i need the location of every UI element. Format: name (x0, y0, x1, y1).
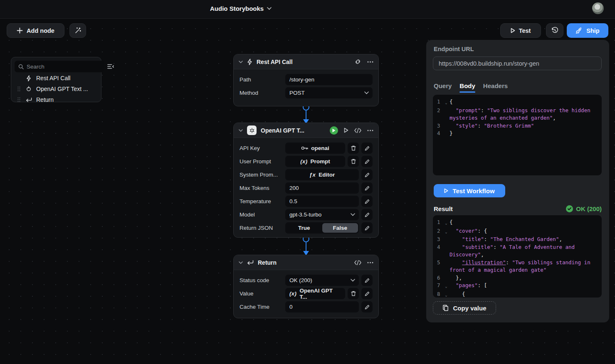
toggle-option-false[interactable]: False (322, 223, 358, 233)
avatar[interactable] (592, 2, 604, 14)
collapse-chevron-icon[interactable] (239, 129, 243, 132)
field-label: Return JSON (240, 225, 283, 231)
palette-item-return[interactable]: Return (15, 95, 98, 105)
collapse-panel-icon[interactable] (107, 62, 114, 71)
edit-button[interactable] (361, 169, 373, 180)
test-button[interactable]: Test (500, 23, 541, 38)
value-chip[interactable]: (x) OpenAI GPT T... (285, 288, 345, 299)
node-rest-api-call[interactable]: Rest API Call Path /story-gen Method POS… (233, 54, 379, 106)
run-node-button[interactable] (330, 126, 338, 135)
api-key-chip[interactable]: openai (285, 143, 345, 154)
toggle-option-true[interactable]: True (286, 223, 322, 233)
temperature-input[interactable]: 0.5 (285, 196, 359, 207)
delete-button[interactable] (348, 288, 359, 299)
edit-button[interactable] (361, 222, 373, 234)
edit-button[interactable] (361, 275, 373, 286)
rocket-icon (575, 27, 583, 34)
method-value: POST (289, 90, 305, 96)
ai-wand-button[interactable] (69, 23, 86, 38)
more-options-icon[interactable] (367, 130, 373, 131)
variable-icon: (x) (300, 158, 307, 165)
edit-button[interactable] (361, 209, 373, 220)
edit-button[interactable] (361, 143, 373, 154)
tab-body[interactable]: Body (459, 82, 475, 93)
user-prompt-chip[interactable]: (x) Prompt (285, 156, 345, 167)
field-label: Method (240, 90, 283, 96)
collapse-chevron-icon[interactable] (239, 261, 243, 264)
drag-handle-icon[interactable] (16, 86, 21, 91)
lightning-icon (25, 75, 32, 81)
collapse-chevron-icon[interactable] (239, 61, 243, 63)
max-tokens-input[interactable]: 200 (285, 182, 359, 194)
node-openai-gpt[interactable]: OpenAI GPT T... API Key (233, 123, 379, 238)
result-label: Result (434, 205, 453, 212)
result-json-viewer[interactable]: 1⌄{2⌄ "cover": {3 "title": "The Enchante… (433, 215, 602, 298)
workflow-title-dropdown[interactable]: Audio Storybooks (210, 5, 272, 12)
function-icon: ƒx (309, 172, 316, 178)
edit-button[interactable] (361, 156, 373, 167)
value-value: OpenAI GPT T... (299, 288, 341, 300)
add-node-button[interactable]: Add node (7, 23, 64, 38)
field-row-path: Path /story-gen (240, 74, 373, 85)
edit-button[interactable] (361, 288, 373, 299)
ship-button[interactable]: Ship (567, 23, 608, 38)
chevron-down-icon (351, 279, 355, 282)
tab-headers[interactable]: Headers (483, 82, 508, 93)
model-select[interactable]: gpt-3.5-turbo (285, 209, 359, 220)
palette-item-label: Return (36, 96, 54, 103)
more-options-icon[interactable] (367, 61, 373, 63)
copy-value-button[interactable]: Copy value (433, 301, 496, 315)
node-return[interactable]: Return Status code OK (200) (233, 255, 379, 318)
test-workflow-label: Test Workflow (452, 187, 494, 194)
field-label: Model (240, 212, 283, 218)
more-options-icon[interactable] (367, 262, 373, 263)
search-input[interactable] (27, 64, 100, 70)
node-header: OpenAI GPT T... (234, 123, 378, 138)
tab-query[interactable]: Query (434, 82, 452, 93)
edit-button[interactable] (361, 301, 373, 312)
node-palette: Rest API Call OpenAI GPT Text ... Return (11, 57, 101, 102)
cache-time-value: 0 (289, 304, 293, 310)
history-button[interactable] (546, 23, 563, 38)
chevron-down-icon (351, 213, 355, 216)
delete-button[interactable] (348, 156, 359, 167)
field-label: API Key (240, 145, 283, 151)
result-status-text: OK (200) (576, 205, 602, 212)
drag-handle-icon[interactable] (16, 97, 21, 102)
endpoint-url-input[interactable] (433, 57, 602, 70)
play-icon[interactable] (344, 128, 348, 133)
return-icon (25, 97, 32, 102)
body-json-editor[interactable]: 1⌄{2 "prompt": "Two siblings discover th… (433, 95, 602, 175)
system-prompt-chip[interactable]: ƒx Editor (285, 169, 359, 180)
cache-time-input[interactable]: 0 (285, 301, 359, 312)
field-label: Path (240, 76, 283, 83)
node-connector[interactable] (302, 236, 310, 256)
test-workflow-button[interactable]: Test Workflow (434, 184, 505, 197)
field-label: Status code (240, 277, 283, 283)
code-icon[interactable] (354, 260, 361, 265)
top-bar: Audio Storybooks (0, 0, 615, 19)
user-prompt-value: Prompt (311, 158, 330, 165)
status-code-select[interactable]: OK (200) (285, 275, 359, 286)
lightning-icon (247, 59, 252, 65)
delete-button[interactable] (348, 143, 359, 154)
edit-button[interactable] (361, 182, 373, 194)
palette-item-openai[interactable]: OpenAI GPT Text ... (15, 84, 98, 94)
method-select[interactable]: POST (285, 87, 373, 98)
link-icon[interactable] (354, 58, 361, 65)
field-label: System Prom... (240, 172, 283, 178)
node-connector[interactable] (302, 104, 310, 124)
path-input[interactable]: /story-gen (285, 74, 373, 85)
chevron-down-icon (364, 91, 369, 94)
endpoint-url-label: Endpoint URL (434, 46, 474, 52)
code-icon[interactable] (354, 128, 361, 133)
path-value: /story-gen (289, 76, 314, 83)
palette-item-label: Rest API Call (36, 75, 70, 81)
palette-item-rest-api-call[interactable]: Rest API Call (15, 73, 98, 83)
request-tabs: Query Body Headers (434, 82, 508, 93)
edit-button[interactable] (361, 196, 373, 207)
status-code-value: OK (200) (289, 277, 312, 283)
palette-search[interactable] (15, 61, 104, 72)
field-row-method: Method POST (240, 87, 373, 98)
copy-value-label: Copy value (453, 305, 486, 312)
